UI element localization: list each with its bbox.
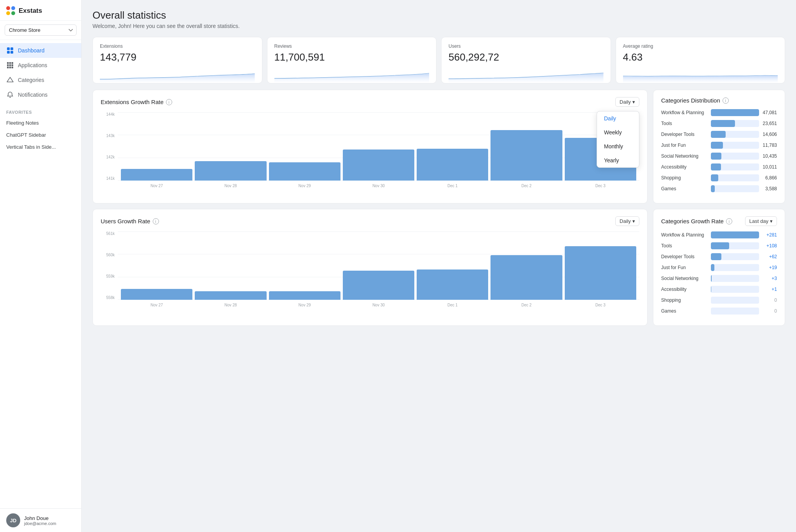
cat-bar-wrap: Just for Fun: [661, 142, 759, 149]
dot-red: [6, 6, 10, 10]
cat-growth-bar-bg: [711, 308, 759, 315]
sparkline-rating: [623, 68, 778, 83]
main-nav: Dashboard Applications Categories Notifi…: [0, 40, 81, 105]
cat-growth-value: +108: [762, 243, 777, 249]
sidebar-item-applications[interactable]: Applications: [0, 58, 81, 73]
period-option-monthly[interactable]: Monthly: [597, 139, 639, 153]
extensions-period-label: Daily: [620, 99, 631, 105]
cat-growth-title-wrap: Categories Growth Rate i: [661, 218, 732, 224]
stat-label-users: Users: [449, 43, 604, 49]
cat-dist-value: 23,651: [762, 121, 777, 126]
period-option-yearly[interactable]: Yearly: [597, 153, 639, 167]
users-period-dropdown[interactable]: Daily ▾: [615, 216, 639, 226]
favorite-label: Vertical Tabs in Side...: [6, 144, 56, 150]
cat-growth-row: Social Networking +3: [661, 275, 777, 282]
bar-dec2: [491, 130, 562, 181]
cat-dist-info-icon[interactable]: i: [723, 97, 729, 104]
svg-rect-9: [12, 64, 14, 66]
period-option-daily[interactable]: Daily: [597, 111, 639, 125]
main-content: Overall statistics Welcome, John! Here y…: [82, 0, 796, 532]
cat-bar-bg: [711, 131, 759, 138]
u-bar-dec2: [491, 255, 562, 300]
cat-growth-bar-wrap: Shopping: [661, 297, 759, 304]
store-select[interactable]: Chrome Store Firefox Add-ons Edge Add-on…: [5, 24, 77, 36]
cat-growth-bar-wrap: Developer Tools: [661, 253, 759, 260]
cat-dist-label: Just for Fun: [661, 143, 708, 148]
stat-value-rating: 4.63: [623, 51, 778, 63]
favorite-item-fleeting-notes[interactable]: Fleeting Notes: [0, 117, 81, 129]
cat-bar-wrap: Workflow & Planning: [661, 109, 759, 116]
cat-growth-bar-bg: [711, 264, 759, 271]
cat-dist-row: Workflow & Planning 47,081: [661, 109, 777, 116]
cat-bar-wrap: Games: [661, 185, 759, 192]
sidebar-item-dashboard[interactable]: Dashboard: [0, 43, 81, 58]
cat-bar-bg: [711, 109, 759, 116]
cat-dist-row: Accessibility 10,011: [661, 163, 777, 170]
stat-value-users: 560,292,72: [449, 51, 604, 63]
x-label-dec3: Dec 3: [565, 184, 636, 188]
favorite-item-vertical-tabs[interactable]: Vertical Tabs in Side...: [0, 141, 81, 153]
extensions-period-dropdown[interactable]: Daily ▾: [615, 97, 639, 107]
avatar: JD: [6, 513, 20, 527]
chevron-down-icon2: ▾: [770, 218, 773, 224]
cat-dist-value: 47,081: [762, 110, 777, 115]
cat-bar-wrap: Tools: [661, 120, 759, 127]
cat-growth-value: +19: [762, 265, 777, 270]
logo-dots: [6, 6, 16, 16]
sidebar-item-categories[interactable]: Categories: [0, 73, 81, 87]
cat-bar-bg: [711, 163, 759, 170]
cat-bar-bg: [711, 174, 759, 181]
cat-growth-title: Categories Growth Rate: [661, 218, 724, 224]
charts-grid-row2: Users Growth Rate i Daily ▾: [93, 209, 785, 326]
cat-bar-wrap: Developer Tools: [661, 131, 759, 138]
sparkline-extensions: [100, 68, 255, 83]
cat-growth-header: Categories Growth Rate i Last day ▾: [661, 216, 777, 226]
cat-dist-label: Social Networking: [661, 153, 708, 159]
y-label-142k: 142k: [101, 155, 117, 159]
cat-dist-label: Workflow & Planning: [661, 110, 708, 115]
applications-icon: [6, 61, 14, 69]
sparkline-users: [449, 68, 604, 83]
svg-rect-7: [7, 64, 9, 66]
u-bar-nov28: [195, 291, 266, 300]
u-bar-nov27: [121, 289, 192, 300]
cat-bar-wrap: Accessibility: [661, 163, 759, 170]
sidebar-item-categories-label: Categories: [18, 77, 44, 83]
sidebar-item-notifications[interactable]: Notifications: [0, 87, 81, 102]
cat-dist-label: Shopping: [661, 175, 708, 181]
extensions-info-icon[interactable]: i: [166, 99, 172, 105]
stat-value-extensions: 143,779: [100, 51, 255, 63]
cat-growth-bar-bg: [711, 275, 759, 282]
page-title: Overall statistics: [93, 9, 785, 21]
cat-growth-label: Games: [661, 308, 708, 314]
cat-dist-row: Shopping 6,866: [661, 174, 777, 181]
cat-dist-row: Developer Tools 14,606: [661, 131, 777, 138]
cat-dist-row: Tools 23,651: [661, 120, 777, 127]
cat-growth-bar-bg: [711, 242, 759, 249]
favorite-item-chatgpt[interactable]: ChatGPT Sidebar: [0, 129, 81, 141]
sidebar-footer: JD John Doue jdoe@acme.com: [0, 508, 81, 532]
svg-rect-11: [9, 67, 11, 69]
cat-growth-row: Shopping 0: [661, 297, 777, 304]
dot-yellow: [6, 11, 10, 15]
notifications-icon: [6, 91, 14, 99]
cat-growth-period-dropdown[interactable]: Last day ▾: [745, 216, 777, 226]
x-label-dec1: Dec 1: [417, 184, 488, 188]
cat-growth-info-icon[interactable]: i: [726, 218, 732, 224]
stat-card-users: Users 560,292,72: [441, 37, 611, 83]
x-label-nov29: Nov 29: [269, 184, 340, 188]
cat-growth-label: Developer Tools: [661, 254, 708, 259]
cat-growth-rows: Workflow & Planning +281 Tools +108 Deve…: [661, 231, 777, 315]
cat-growth-label: Just for Fun: [661, 265, 708, 270]
categories-growth-card: Categories Growth Rate i Last day ▾ Work…: [653, 209, 785, 326]
cat-dist-rows: Workflow & Planning 47,081 Tools 23,651 …: [661, 109, 777, 192]
users-info-icon[interactable]: i: [153, 218, 159, 224]
bar-nov27: [121, 169, 192, 181]
cat-growth-value: 0: [762, 308, 777, 314]
period-option-weekly[interactable]: Weekly: [597, 125, 639, 139]
u-bar-nov29: [269, 291, 340, 300]
cat-growth-row: Accessibility +1: [661, 286, 777, 293]
stat-card-reviews: Reviews 11,700,591: [267, 37, 437, 83]
sidebar: Exstats Chrome Store Firefox Add-ons Edg…: [0, 0, 82, 532]
svg-rect-6: [12, 62, 14, 64]
